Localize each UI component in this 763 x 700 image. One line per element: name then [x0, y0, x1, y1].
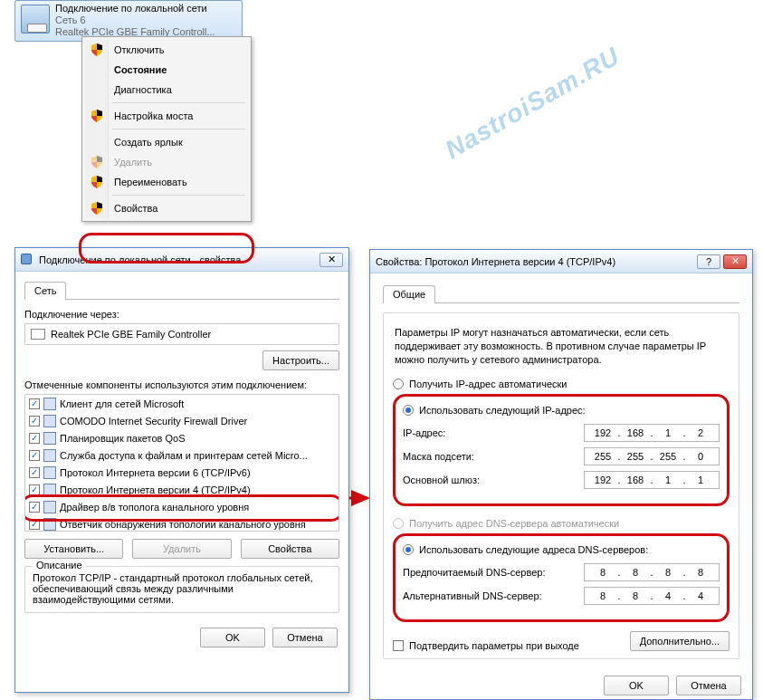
titlebar[interactable]: Подключение по локальной сети - свойства… — [15, 248, 348, 272]
radio-icon — [393, 518, 404, 529]
dns-manual-radio[interactable]: Использовать следующие адреса DNS-сервер… — [403, 544, 648, 555]
adapter-title: Подключение по локальной сети — [55, 3, 215, 14]
list-item[interactable]: Протокол Интернета версии 4 (TCP/IPv4) — [25, 481, 339, 498]
tab-network[interactable]: Сеть — [24, 282, 66, 300]
gateway-input[interactable]: 192. 168. 1. 1 — [584, 471, 720, 489]
ok-button[interactable]: OK — [604, 676, 669, 695]
connection-properties-dialog: Подключение по локальной сети - свойства… — [14, 247, 349, 693]
component-icon — [43, 484, 56, 496]
radio-icon — [403, 405, 414, 416]
checkbox[interactable] — [29, 416, 40, 427]
close-icon: ✕ — [328, 254, 336, 265]
description-text: Протокол TCP/IP - стандартный протокол г… — [33, 572, 331, 605]
checkbox[interactable] — [29, 502, 40, 513]
tab-general[interactable]: Общие — [383, 285, 435, 303]
component-icon — [43, 466, 56, 479]
dns2-label: Альтернативный DNS-сервер: — [403, 590, 542, 601]
radio-icon — [393, 379, 404, 389]
component-icon — [43, 398, 56, 410]
ok-button[interactable]: OK — [200, 628, 265, 647]
list-item[interactable]: Драйвер в/в тополога канального уровня — [25, 498, 339, 515]
shield-icon — [91, 202, 103, 215]
checkbox[interactable] — [29, 450, 40, 461]
component-icon — [43, 449, 56, 462]
ipv4-properties-dialog: Свойства: Протокол Интернета версии 4 (T… — [369, 249, 753, 700]
ctx-rename[interactable]: Переименовать — [85, 172, 248, 192]
checkbox[interactable] — [29, 433, 40, 444]
watermark: NastroiSam.RU — [442, 43, 625, 164]
mask-input[interactable]: 255. 255. 255. 0 — [584, 447, 720, 465]
ctx-properties[interactable]: Свойства — [85, 198, 248, 218]
checkbox[interactable] — [29, 398, 40, 409]
dialog-icon — [21, 254, 33, 266]
dns1-label: Предпочитаемый DNS-сервер: — [403, 567, 545, 578]
dns1-input[interactable]: 8. 8. 8. 8 — [584, 563, 720, 581]
dns-auto-radio: Получить адрес DNS-сервера автоматически — [393, 518, 619, 529]
cancel-button[interactable]: Отмена — [272, 628, 338, 647]
intro-text: Параметры IP могут назначаться автоматич… — [395, 326, 728, 367]
tabs: Сеть — [24, 281, 339, 300]
ctx-bridge[interactable]: Настройка моста — [85, 106, 248, 126]
list-item[interactable]: Служба доступа к файлам и принтерам сете… — [25, 446, 339, 464]
adapter-field: Realtek PCIe GBE Family Controller — [24, 323, 339, 345]
dialog-title: Подключение по локальной сети - свойства — [39, 254, 241, 265]
checkbox[interactable] — [29, 484, 40, 495]
cancel-button[interactable]: Отмена — [676, 676, 741, 695]
checkbox[interactable] — [29, 467, 40, 478]
component-icon — [43, 518, 56, 531]
dialog-title: Свойства: Протокол Интернета версии 4 (T… — [376, 256, 615, 267]
ip-label: IP-адрес: — [403, 427, 445, 438]
list-item[interactable]: Протокол Интернета версии 6 (TCP/IPv6) — [25, 464, 339, 481]
list-item[interactable]: Клиент для сетей Microsoft — [25, 395, 339, 412]
component-icon — [43, 415, 56, 427]
help-icon: ? — [706, 256, 711, 267]
list-item[interactable]: Ответчик обнаружения топологии канальног… — [25, 515, 339, 532]
ip-auto-radio[interactable]: Получить IP-адрес автоматически — [393, 379, 567, 389]
ip-manual-group: Использовать следующий IP-адрес: IP-адре… — [393, 394, 730, 506]
titlebar[interactable]: Свойства: Протокол Интернета версии 4 (T… — [370, 250, 752, 273]
adapter-name: Realtek PCIe GBE Family Controller — [51, 329, 211, 340]
shield-icon — [91, 176, 103, 188]
shield-icon — [91, 156, 103, 168]
adapter-icon — [21, 5, 50, 34]
ctx-delete: Удалить — [85, 152, 248, 172]
close-button[interactable]: ✕ — [723, 254, 747, 269]
context-menu: Отключить Состояние Диагностика Настройк… — [81, 36, 252, 222]
connect-via-label: Подключение через: — [24, 309, 339, 320]
remove-button: Удалить — [132, 539, 231, 559]
advanced-button[interactable]: Дополнительно... — [630, 631, 730, 651]
description-group: Описание Протокол TCP/IP - стандартный п… — [24, 566, 339, 613]
list-item[interactable]: COMODO Internet Security Firewall Driver — [25, 412, 339, 429]
checkbox[interactable] — [29, 519, 40, 530]
install-button[interactable]: Установить... — [24, 539, 123, 559]
properties-button[interactable]: Свойства — [241, 539, 339, 559]
ctx-status[interactable]: Состояние — [85, 60, 248, 80]
gateway-label: Основной шлюз: — [403, 475, 480, 485]
help-button[interactable]: ? — [697, 254, 720, 269]
confirm-checkbox[interactable]: Подтвердить параметры при выходе — [393, 640, 579, 651]
components-list[interactable]: Клиент для сетей Microsoft COMODO Intern… — [24, 394, 339, 532]
component-icon — [43, 501, 56, 513]
dns2-input[interactable]: 8. 8. 4. 4 — [584, 587, 720, 605]
ctx-diagnostics[interactable]: Диагностика — [85, 80, 248, 100]
list-item[interactable]: Планировщик пакетов QoS — [25, 429, 339, 446]
close-icon: ✕ — [731, 255, 739, 267]
ip-manual-radio[interactable]: Использовать следующий IP-адрес: — [403, 405, 586, 416]
ip-input[interactable]: 192. 168. 1. 2 — [584, 424, 720, 442]
close-button[interactable]: ✕ — [320, 253, 343, 267]
description-caption: Описание — [33, 560, 86, 571]
adapter-network: Сеть 6 — [55, 14, 215, 26]
mask-label: Маска подсети: — [403, 451, 474, 462]
dns-manual-group: Использовать следующие адреса DNS-сервер… — [393, 533, 730, 622]
tabs: Общие — [383, 284, 739, 303]
shield-icon — [91, 110, 103, 122]
ctx-shortcut[interactable]: Создать ярлык — [85, 132, 248, 152]
nic-icon — [31, 329, 45, 340]
checkbox-icon — [393, 640, 404, 651]
ctx-disable[interactable]: Отключить — [85, 40, 248, 60]
shield-icon — [91, 43, 103, 56]
components-label: Отмеченные компоненты используются этим … — [24, 379, 339, 390]
component-icon — [43, 432, 56, 445]
radio-icon — [403, 544, 414, 555]
configure-button[interactable]: Настроить... — [262, 350, 339, 370]
